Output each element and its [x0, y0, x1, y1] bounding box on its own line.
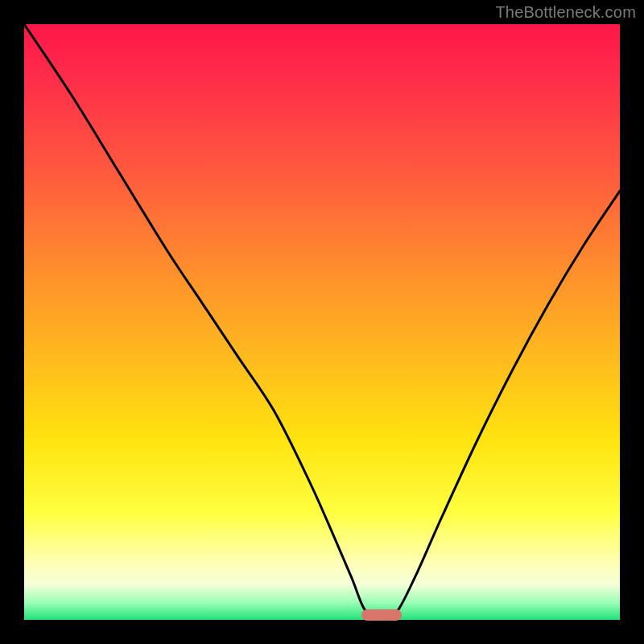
plot-area [24, 24, 620, 620]
optimum-marker [361, 609, 402, 621]
bottleneck-curve [24, 24, 620, 620]
chart-frame: TheBottleneck.com [0, 0, 644, 644]
watermark-text: TheBottleneck.com [495, 3, 636, 22]
